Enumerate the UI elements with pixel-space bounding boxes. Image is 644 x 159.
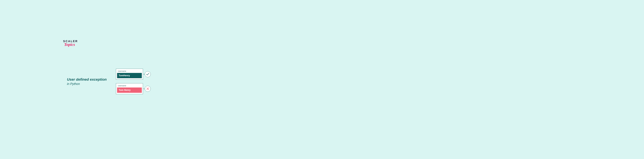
diagram-container: SCALER Topics User defined exception in … (67, 55, 268, 108)
check-icon (146, 73, 149, 76)
valid-username-card: Username TomHenry (116, 69, 143, 80)
cross-icon (146, 88, 149, 90)
page-subtitle: in Python (67, 82, 108, 86)
scaler-logo: SCALER Topics (63, 40, 78, 47)
status-circle-valid (145, 71, 151, 77)
username-field-valid: TomHenry (117, 73, 142, 78)
valid-example-row: Username TomHenry (116, 69, 151, 80)
page-title: User defined exception (67, 77, 108, 82)
heading-block: User defined exception in Python (67, 77, 108, 86)
username-label: Username (118, 85, 142, 87)
connector-line (143, 74, 144, 74)
invalid-example-row: Username Tom Henry (116, 83, 151, 94)
status-circle-invalid (145, 86, 151, 92)
examples-column: Username TomHenry Username Tom Henry (116, 69, 151, 94)
username-field-invalid: Tom Henry (117, 88, 142, 93)
username-label: Username (118, 70, 142, 72)
invalid-username-card: Username Tom Henry (116, 83, 143, 94)
